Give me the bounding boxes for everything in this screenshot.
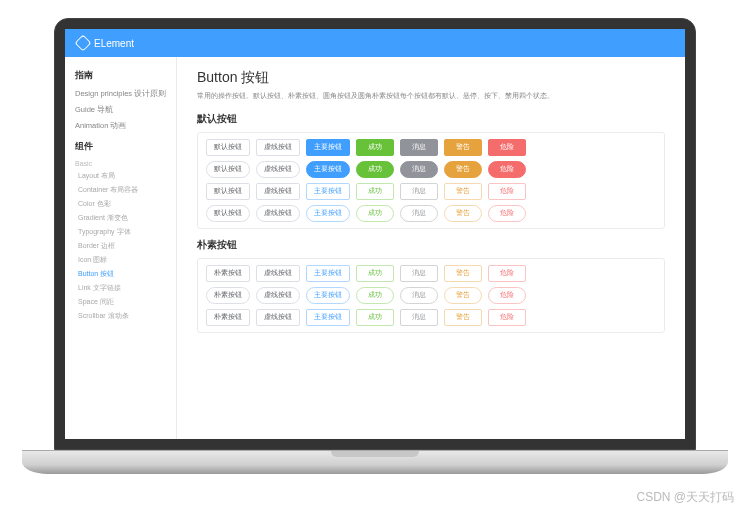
sidebar-basic-item[interactable]: Icon 图标 xyxy=(75,253,176,267)
warning-button-round[interactable]: 警告 xyxy=(444,161,482,178)
sidebar-basic-item[interactable]: Link 文字链接 xyxy=(75,281,176,295)
sidebar-basic-item[interactable]: Color 色彩 xyxy=(75,197,176,211)
default-button-round[interactable]: 默认按钮 xyxy=(206,161,250,178)
success-button[interactable]: 成功 xyxy=(356,139,394,156)
sidebar-basic-item[interactable]: Typography 字体 xyxy=(75,225,176,239)
sidebar-guide-item[interactable]: Design principles 设计原则 xyxy=(75,86,176,102)
section-plain-buttons: 朴素按钮 xyxy=(197,239,665,252)
plain-default-button-round[interactable]: 朴素按钮 xyxy=(206,287,250,304)
section-default-buttons: 默认按钮 xyxy=(197,113,665,126)
plain-dashed-button[interactable]: 虚线按钮 xyxy=(256,265,300,282)
danger-button[interactable]: 危险 xyxy=(488,139,526,156)
warning-button[interactable]: 警告 xyxy=(444,139,482,156)
plain-default-button[interactable]: 朴素按钮 xyxy=(206,265,250,282)
sidebar-guide-item[interactable]: Animation 动画 xyxy=(75,118,176,134)
warning-button-plain-round[interactable]: 警告 xyxy=(444,205,482,222)
sidebar-basic-item[interactable]: Layout 布局 xyxy=(75,169,176,183)
watermark: CSDN @天天打码 xyxy=(636,489,734,506)
plain-success-button[interactable]: 成功 xyxy=(356,265,394,282)
plain-danger-button-round[interactable]: 危险 xyxy=(488,287,526,304)
info-button-plain-round[interactable]: 消息 xyxy=(400,205,438,222)
plain-dashed-button-round[interactable]: 虚线按钮 xyxy=(256,287,300,304)
plain-primary-button[interactable]: 主要按钮 xyxy=(306,265,350,282)
plain-primary-button-round[interactable]: 主要按钮 xyxy=(306,287,350,304)
plain-dashed-button-2[interactable]: 虚线按钮 xyxy=(256,309,300,326)
plain-info-button[interactable]: 消息 xyxy=(400,265,438,282)
sidebar-guide-item[interactable]: Guide 导航 xyxy=(75,102,176,118)
warning-button-plain[interactable]: 警告 xyxy=(444,183,482,200)
sidebar-basic-item[interactable]: Space 间距 xyxy=(75,295,176,309)
laptop-base xyxy=(22,450,728,474)
plain-default-button-2[interactable]: 朴素按钮 xyxy=(206,309,250,326)
primary-button[interactable]: 主要按钮 xyxy=(306,139,350,156)
sidebar-basic-item[interactable]: Border 边框 xyxy=(75,239,176,253)
plain-danger-button-2[interactable]: 危险 xyxy=(488,309,526,326)
dashed-button[interactable]: 虚线按钮 xyxy=(256,139,300,156)
default-button[interactable]: 默认按钮 xyxy=(206,139,250,156)
plain-warning-button-round[interactable]: 警告 xyxy=(444,287,482,304)
primary-button-round[interactable]: 主要按钮 xyxy=(306,161,350,178)
plain-primary-button-2[interactable]: 主要按钮 xyxy=(306,309,350,326)
page-title: Button 按钮 xyxy=(197,69,665,87)
primary-button-plain-round[interactable]: 主要按钮 xyxy=(306,205,350,222)
brand-logo-icon xyxy=(75,35,92,52)
dashed-button-round[interactable]: 虚线按钮 xyxy=(256,161,300,178)
sidebar-basic-item[interactable]: Button 按钮 xyxy=(75,267,176,281)
sidebar-section-guide: 指南 xyxy=(75,70,176,82)
danger-button-plain[interactable]: 危险 xyxy=(488,183,526,200)
plain-success-button-2[interactable]: 成功 xyxy=(356,309,394,326)
plain-success-button-round[interactable]: 成功 xyxy=(356,287,394,304)
sidebar-basic-item[interactable]: Gradient 渐变色 xyxy=(75,211,176,225)
main-content: Button 按钮 常用的操作按钮。默认按钮、朴素按钮、圆角按钮及圆角朴素按钮每… xyxy=(177,57,685,439)
plain-info-button-2[interactable]: 消息 xyxy=(400,309,438,326)
app-header: ELement xyxy=(65,29,685,57)
sidebar-category-basic: Basic xyxy=(75,157,176,169)
default-button-plain[interactable]: 默认按钮 xyxy=(206,183,250,200)
demo-default-buttons: 默认按钮 虚线按钮 主要按钮 成功 消息 警告 危险 默认按钮 虚线按钮 主要按… xyxy=(197,132,665,229)
plain-info-button-round[interactable]: 消息 xyxy=(400,287,438,304)
success-button-plain[interactable]: 成功 xyxy=(356,183,394,200)
sidebar-basic-item[interactable]: Container 布局容器 xyxy=(75,183,176,197)
plain-warning-button[interactable]: 警告 xyxy=(444,265,482,282)
plain-warning-button-2[interactable]: 警告 xyxy=(444,309,482,326)
brand-name: ELement xyxy=(94,38,134,49)
dashed-button-plain-round[interactable]: 虚线按钮 xyxy=(256,205,300,222)
default-button-plain-round[interactable]: 默认按钮 xyxy=(206,205,250,222)
demo-plain-buttons: 朴素按钮 虚线按钮 主要按钮 成功 消息 警告 危险 朴素按钮 虚线按钮 主要按… xyxy=(197,258,665,333)
success-button-round[interactable]: 成功 xyxy=(356,161,394,178)
info-button-round[interactable]: 消息 xyxy=(400,161,438,178)
info-button-plain[interactable]: 消息 xyxy=(400,183,438,200)
info-button[interactable]: 消息 xyxy=(400,139,438,156)
success-button-plain-round[interactable]: 成功 xyxy=(356,205,394,222)
plain-danger-button[interactable]: 危险 xyxy=(488,265,526,282)
danger-button-plain-round[interactable]: 危险 xyxy=(488,205,526,222)
primary-button-plain[interactable]: 主要按钮 xyxy=(306,183,350,200)
page-description: 常用的操作按钮。默认按钮、朴素按钮、圆角按钮及圆角朴素按钮每个按钮都有默认、悬停… xyxy=(197,91,665,101)
dashed-button-plain[interactable]: 虚线按钮 xyxy=(256,183,300,200)
sidebar: 指南 Design principles 设计原则Guide 导航Animati… xyxy=(65,57,177,439)
sidebar-basic-item[interactable]: Scrollbar 滚动条 xyxy=(75,309,176,323)
sidebar-section-components: 组件 xyxy=(75,141,176,153)
danger-button-round[interactable]: 危险 xyxy=(488,161,526,178)
